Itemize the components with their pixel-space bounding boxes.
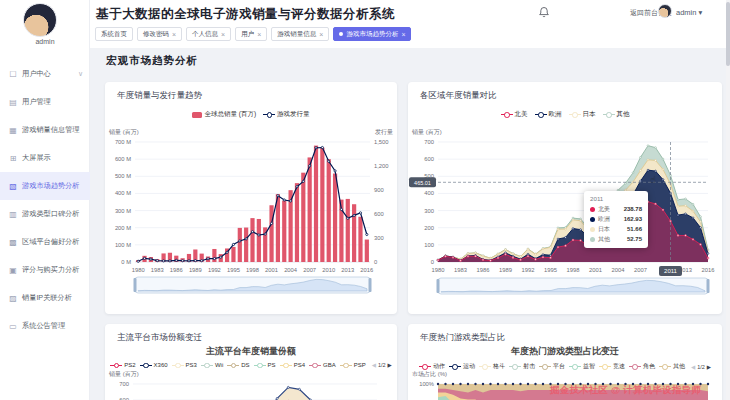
svg-text:700: 700 (424, 139, 434, 145)
chart-tooltip: 2011 北美238.78 欧洲162.93 日本51.66 其他52.75 (584, 191, 648, 248)
svg-text:1989: 1989 (189, 267, 202, 273)
tab-home[interactable]: 系统首页 (95, 27, 133, 41)
page-title: 宏观市场趋势分析 (106, 54, 198, 68)
sales-release-trend-chart[interactable]: 0 M100 M200 M300 M400 M500 M600 M700 M1,… (105, 126, 397, 314)
tab-users[interactable]: 用户× (235, 27, 267, 41)
svg-text:2001: 2001 (265, 267, 278, 273)
sidebar-item-announcement[interactable]: ▭系统公告管理 (0, 312, 90, 340)
svg-text:600 M: 600 M (115, 156, 131, 162)
svg-text:1995: 1995 (227, 267, 240, 273)
svg-text:200: 200 (424, 225, 434, 231)
series-dot (590, 217, 595, 222)
svg-text:2016: 2016 (360, 267, 373, 273)
card-region-compare: 各区域年度销量对比 北美欧洲日本其他 010020030040050060070… (408, 82, 722, 314)
sidebar: admin ☐用户中心∨ ▤用户管理 ▦游戏销量信息管理 ⊞大屏展示 ▧游戏市场… (0, 0, 90, 400)
region-sales-area-chart[interactable]: 0100200300400500600700销量 (百万)19801983198… (408, 126, 722, 314)
svg-text:0 M: 0 M (121, 259, 131, 265)
close-icon[interactable]: × (221, 31, 225, 38)
card-title: 年度热门游戏类型占比 (420, 332, 505, 344)
active-dot (339, 32, 343, 36)
banner-icon: ▭ (8, 322, 18, 331)
legend-item[interactable]: 全球总销量 (百万) (192, 110, 256, 119)
svg-text:1983: 1983 (151, 267, 164, 273)
svg-text:2013: 2013 (341, 267, 354, 273)
close-icon[interactable]: × (172, 31, 176, 38)
svg-text:销量 (百万): 销量 (百万) (108, 370, 139, 378)
svg-text:1989: 1989 (499, 267, 512, 273)
scrollbar-thumb[interactable] (726, 2, 730, 66)
profile-name: admin (0, 38, 90, 45)
svg-text:2007: 2007 (634, 267, 647, 273)
list-icon: ▤ (8, 98, 18, 107)
svg-text:2007: 2007 (303, 267, 316, 273)
svg-text:600: 600 (374, 211, 384, 217)
chevron-down-icon: ∨ (78, 70, 83, 78)
card-platform-share: 主流平台市场份额变迁 主流平台年度销量份额 PS2X360PS3WiiDSPSP… (105, 324, 397, 400)
legend-line-icon (201, 363, 213, 368)
watermark: 掘金技术社区 @ 计算机毕设指导师 (550, 384, 701, 397)
avatar[interactable] (23, 3, 57, 37)
tooltip-row: 其他52.75 (590, 234, 642, 244)
card-title: 年度销量与发行量趋势 (117, 90, 202, 102)
svg-text:500 M: 500 M (115, 173, 131, 179)
close-icon[interactable]: × (257, 31, 261, 38)
svg-text:1998: 1998 (246, 267, 259, 273)
sidebar-item-big-screen[interactable]: ⊞大屏展示 (0, 144, 90, 172)
square-icon: ▣ (8, 266, 18, 275)
legend-swatch-icon (192, 112, 202, 118)
svg-text:1995: 1995 (544, 267, 557, 273)
sidebar-item-sales-ip[interactable]: ▨销量IP关联分析 (0, 284, 90, 312)
sidebar-item-user-management[interactable]: ▤用户管理 (0, 88, 90, 116)
svg-text:2001: 2001 (589, 267, 602, 273)
svg-text:1998: 1998 (567, 267, 580, 273)
tab-market-trend[interactable]: 游戏市场趋势分析× (333, 27, 411, 41)
sidebar-item-market-trend[interactable]: ▧游戏市场趋势分析 (0, 172, 90, 200)
user-dropdown[interactable]: admin ▾ (676, 8, 702, 17)
main-content: 宏观市场趋势分析 年度销量与发行量趋势 全球总销量 (百万)游戏发行量 0 M1… (90, 48, 730, 400)
app-root: admin ☐用户中心∨ ▤用户管理 ▦游戏销量信息管理 ⊞大屏展示 ▧游戏市场… (0, 0, 730, 400)
rows-icon: ▥ (8, 210, 18, 219)
svg-text:100: 100 (424, 242, 434, 248)
svg-text:400: 400 (424, 190, 434, 196)
svg-text:400 M: 400 M (115, 190, 131, 196)
sidebar-item-user-center[interactable]: ☐用户中心∨ (0, 60, 90, 88)
card-title: 各区域年度销量对比 (420, 90, 497, 102)
svg-text:销量 (百万): 销量 (百万) (108, 128, 139, 136)
legend-item[interactable]: 日本 (569, 110, 596, 119)
tooltip-row: 日本51.66 (590, 224, 642, 234)
svg-text:700: 700 (119, 381, 129, 387)
series-dot (590, 227, 595, 232)
tab-game-sales[interactable]: 游戏销量信息× (271, 27, 329, 41)
legend-item[interactable]: 其他 (603, 110, 630, 119)
svg-text:0: 0 (431, 259, 434, 265)
sidebar-item-genre-reputation[interactable]: ▥游戏类型口碑分析 (0, 200, 90, 228)
user-avatar[interactable] (658, 4, 672, 18)
svg-text:2004: 2004 (612, 267, 626, 273)
close-icon[interactable]: × (319, 31, 323, 38)
cursor-hand-icon: ☝ (650, 174, 656, 185)
svg-text:1986: 1986 (170, 267, 183, 273)
legend-item[interactable]: 游戏发行量 (263, 110, 310, 119)
screen-icon: ⊞ (8, 154, 18, 163)
sidebar-item-game-sales-info[interactable]: ▦游戏销量信息管理 (0, 116, 90, 144)
svg-text:发行量: 发行量 (375, 128, 393, 135)
trend-icon: ▧ (8, 182, 18, 191)
legend-item[interactable]: 欧洲 (535, 110, 562, 119)
chart-title: 主流平台年度销量份额 (105, 345, 397, 358)
tab-change-password[interactable]: 修改密码× (137, 27, 182, 41)
svg-text:2011: 2011 (664, 268, 678, 274)
user-center-icon: ☐ (8, 70, 18, 79)
svg-text:465.01: 465.01 (414, 180, 431, 186)
sidebar-item-region-platform[interactable]: ▩区域平台偏好分析 (0, 228, 90, 256)
close-icon[interactable]: × (401, 31, 405, 38)
legend-line-icon (263, 112, 275, 117)
caret-down-icon: ▾ (699, 8, 703, 17)
tab-profile[interactable]: 个人信息× (186, 27, 231, 41)
svg-text:300 M: 300 M (115, 208, 131, 214)
bell-icon[interactable] (538, 6, 550, 18)
platform-share-chart[interactable]: 销量 (百万)7006005004003002001000 (105, 368, 397, 400)
legend-item[interactable]: 北美 (501, 110, 528, 119)
sidebar-item-score-purchase[interactable]: ▣评分与购买力分析 (0, 256, 90, 284)
card-annual-trend: 年度销量与发行量趋势 全球总销量 (百万)游戏发行量 0 M100 M200 M… (105, 82, 397, 314)
svg-text:300: 300 (424, 208, 434, 214)
